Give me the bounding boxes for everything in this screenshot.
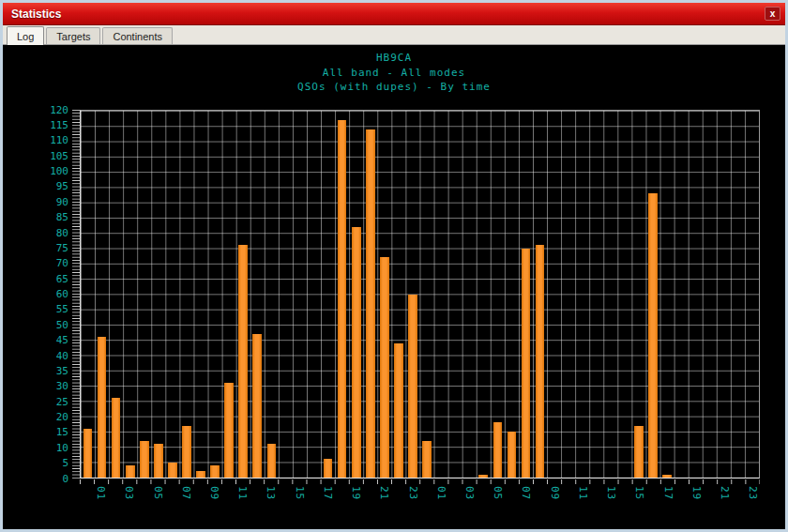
chart-subtitle-metric: QSOs (with dupes) - By time [3, 80, 785, 95]
y-tick-label: 90 [37, 196, 68, 208]
qso-bar [352, 227, 361, 478]
x-tick-label: 01 [435, 486, 447, 512]
hour-slot [631, 111, 645, 478]
qso-bar [380, 257, 389, 478]
y-tick-label: 65 [37, 273, 68, 285]
x-tick-cell [250, 486, 264, 512]
x-tick-cell [732, 486, 746, 512]
tab-strip: LogTargetsContinents [3, 25, 785, 45]
qso-bar [267, 444, 277, 478]
qso-bar [408, 295, 417, 479]
x-tick-label: 23 [407, 486, 419, 512]
x-tick-cell [108, 486, 122, 512]
x-tick-cell: 13 [604, 486, 618, 512]
x-tick-cell [562, 486, 576, 512]
hour-slot [420, 111, 434, 478]
hour-slot [250, 111, 265, 478]
hour-slot [731, 111, 745, 478]
qso-bar [493, 422, 503, 478]
hour-slot [462, 111, 477, 478]
qso-bar [126, 465, 135, 478]
hour-slot [646, 111, 660, 478]
y-tick-label: 30 [37, 380, 68, 392]
hour-slot [589, 111, 603, 478]
x-tick-cell [136, 486, 150, 512]
tab-continents[interactable]: Continents [102, 27, 173, 44]
qso-bar [112, 398, 121, 478]
x-tick-cell [80, 486, 94, 512]
x-tick-label: 21 [719, 486, 731, 512]
y-tick-label: 15 [37, 426, 68, 438]
x-tick-cell: 11 [235, 486, 250, 512]
hour-slot [717, 111, 731, 478]
x-tick-cell: 17 [321, 486, 335, 512]
x-tick-label: 05 [492, 486, 504, 512]
hour-slot [179, 111, 193, 478]
x-tick-label: 23 [747, 486, 759, 512]
x-tick-cell [448, 486, 462, 512]
qso-bar [140, 441, 149, 478]
hour-slot [279, 111, 293, 478]
hour-slot [151, 111, 165, 478]
hour-slot [335, 111, 349, 478]
hour-slot [561, 111, 575, 478]
hour-slot [377, 111, 391, 478]
x-tick-label: 05 [152, 486, 164, 512]
tab-log[interactable]: Log [7, 26, 44, 45]
qso-bar [522, 249, 531, 478]
close-button[interactable]: x [765, 7, 780, 21]
x-tick-cell: 09 [207, 486, 221, 512]
hour-slot [307, 111, 321, 478]
x-tick-label: 03 [123, 486, 135, 512]
x-tick-cell: 21 [377, 486, 391, 512]
y-tick-label: 120 [37, 104, 68, 116]
hour-slot [349, 111, 363, 478]
hour-slot [703, 111, 717, 478]
qso-bar [366, 129, 375, 478]
hour-slot [547, 111, 561, 478]
x-tick-cell: 05 [491, 486, 505, 512]
window-title: Statistics [11, 8, 765, 21]
hour-slot [477, 111, 491, 478]
x-tick-label: 09 [208, 486, 220, 512]
qso-bar [394, 343, 403, 478]
hour-slot [194, 111, 208, 478]
hour-slot [745, 111, 759, 478]
y-tick-label: 105 [37, 150, 68, 162]
y-tick-label: 95 [37, 180, 68, 192]
qso-bar [422, 441, 432, 478]
hour-slot [123, 111, 137, 478]
x-tick-cell: 01 [434, 486, 448, 512]
qso-bar [508, 432, 517, 478]
x-tick-cell: 15 [293, 486, 307, 512]
titlebar[interactable]: Statistics x [3, 3, 785, 25]
y-tick-label: 55 [37, 303, 68, 315]
hour-slot [137, 111, 151, 478]
y-tick-label: 35 [37, 365, 68, 377]
qso-bar [182, 426, 191, 478]
x-tick-cell [420, 486, 434, 512]
chart-title-callsign: HB9CA [3, 51, 785, 66]
hour-slot [236, 111, 250, 478]
hour-slot [660, 111, 674, 478]
y-tick-label: 45 [37, 334, 68, 346]
x-tick-cell [675, 486, 690, 512]
y-tick-label: 85 [37, 211, 68, 223]
x-tick-cell [363, 486, 377, 512]
x-tick-label: 19 [350, 486, 362, 512]
hour-slot [505, 111, 519, 478]
qso-bar [224, 383, 234, 478]
x-tick-label: 07 [180, 486, 192, 512]
qso-bar [634, 426, 644, 478]
x-tick-label: 17 [662, 486, 674, 512]
qso-bar [324, 459, 333, 478]
y-tick-label: 75 [37, 242, 68, 254]
tab-targets[interactable]: Targets [46, 27, 100, 44]
hour-slot [391, 111, 405, 478]
y-tick-label: 115 [37, 119, 68, 131]
y-tick-label: 80 [37, 227, 68, 239]
y-tick-label: 25 [37, 396, 68, 408]
x-tick-cell [590, 486, 604, 512]
hour-slot [603, 111, 617, 478]
x-tick-cell: 19 [690, 486, 704, 512]
